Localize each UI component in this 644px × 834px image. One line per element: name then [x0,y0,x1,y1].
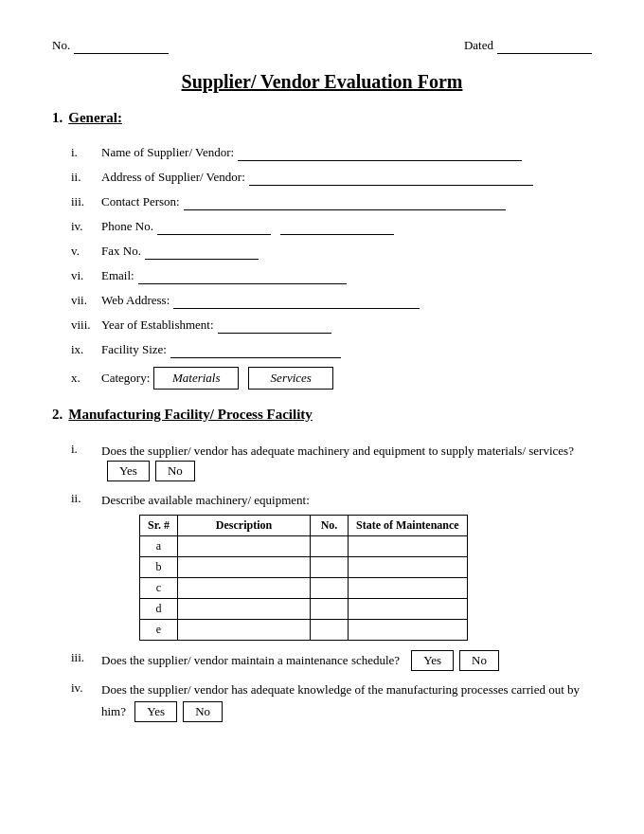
section2: 2. Manufacturing Facility/ Process Facil… [52,407,592,722]
section1-header: 1. General: [52,110,592,136]
input-web[interactable] [173,293,420,309]
sr-d: d [140,599,178,620]
state-a[interactable] [349,536,468,557]
sr-a: a [140,536,178,557]
s2-content-i: Does the supplier/ vendor has adequate m… [101,442,592,481]
state-b[interactable] [349,557,468,578]
section2-header: 2. Manufacturing Facility/ Process Facil… [52,407,592,432]
desc-c[interactable] [178,578,311,599]
yes-no-group-i: Yes No [107,461,195,481]
label-email: Email: [101,268,134,283]
s2-text-ii: Describe available machinery/ equipment: [101,493,310,507]
input-facility[interactable] [170,342,341,358]
s2-item-iii: iii. Does the supplier/ vendor maintain … [71,650,592,671]
header-line: No. Dated [52,38,592,54]
input-year[interactable] [218,317,331,334]
field-year: viii. Year of Establishment: [71,317,592,334]
s2-num-i: i. [71,442,101,457]
s2-text-i: Does the supplier/ vendor has adequate m… [101,444,574,458]
no-button-i[interactable]: No [155,461,195,481]
s2-item-i: i. Does the supplier/ vendor has adequat… [71,442,592,481]
input-name[interactable] [238,145,522,161]
field-contact: iii. Contact Person: [71,194,592,210]
category-materials-button[interactable]: Materials [153,367,239,390]
table-row: d [140,599,468,620]
no-c[interactable] [311,578,349,599]
no-button-iii[interactable]: No [459,650,499,671]
dated-field: Dated [464,38,592,54]
state-c[interactable] [349,578,468,599]
th-description: Description [178,516,311,536]
desc-b[interactable] [178,557,311,578]
section2-number: 2. [52,407,63,423]
no-e[interactable] [311,620,349,641]
s2-row-iv: iv. Does the supplier/ vendor has adequa… [71,680,592,722]
yes-button-iv[interactable]: Yes [134,701,177,722]
yes-no-group-iii: Yes No [411,650,499,671]
field-num-i: i. [71,145,101,160]
sr-b: b [140,557,178,578]
field-email: vi. Email: [71,268,592,284]
yes-button-i[interactable]: Yes [107,461,150,481]
s2-content-iv: Does the supplier/ vendor has adequate k… [101,680,592,722]
label-address: Address of Supplier/ Vendor: [101,170,245,185]
s2-num-iii: iii. [71,650,101,665]
no-label: No. [52,38,70,53]
page: No. Dated Supplier/ Vendor Evaluation Fo… [0,0,644,834]
label-fax: Fax No. [101,244,141,259]
th-no: No. [311,516,349,536]
no-blank[interactable] [74,38,169,54]
state-e[interactable] [349,620,468,641]
field-num-iii: iii. [71,194,101,209]
field-facility-size: ix. Facility Size: [71,342,592,358]
input-address[interactable] [249,170,533,186]
input-phone1[interactable] [157,219,271,235]
s2-content-ii: Describe available machinery/ equipment:… [101,491,592,642]
phone-row [157,219,394,235]
field-num-vii: vii. [71,293,101,308]
th-state: State of Maintenance [349,516,468,536]
field-phone: iv. Phone No. [71,219,592,235]
table-row: b [140,557,468,578]
no-field: No. [52,38,169,54]
section2-fields: i. Does the supplier/ vendor has adequat… [52,442,592,722]
no-d[interactable] [311,599,349,620]
field-num-vi: vi. [71,268,101,283]
s2-row-iii: iii. Does the supplier/ vendor maintain … [71,650,592,671]
label-phone: Phone No. [101,219,153,234]
category-services-button[interactable]: Services [248,367,333,390]
s2-item-iv: iv. Does the supplier/ vendor has adequa… [71,680,592,722]
field-num-x: x. [71,371,101,386]
s2-row-ii: ii. Describe available machinery/ equipm… [71,491,592,642]
dated-blank[interactable] [497,38,592,54]
no-a[interactable] [311,536,349,557]
section1-number: 1. [52,110,63,126]
label-facility: Facility Size: [101,342,167,357]
field-num-viii: viii. [71,317,101,333]
desc-d[interactable] [178,599,311,620]
desc-e[interactable] [178,620,311,641]
field-num-ii: ii. [71,170,101,185]
state-d[interactable] [349,599,468,620]
label-name: Name of Supplier/ Vendor: [101,145,234,160]
desc-a[interactable] [178,536,311,557]
dated-label: Dated [464,38,493,53]
field-web: vii. Web Address: [71,293,592,309]
input-contact[interactable] [184,194,506,210]
no-b[interactable] [311,557,349,578]
input-email[interactable] [138,268,347,284]
field-num-ix: ix. [71,342,101,357]
sr-e: e [140,620,178,641]
machinery-table: Sr. # Description No. State of Maintenan… [139,515,468,641]
table-row: c [140,578,468,599]
label-year: Year of Establishment: [101,317,214,333]
sr-c: c [140,578,178,599]
th-sr: Sr. # [140,516,178,536]
yes-button-iii[interactable]: Yes [411,650,454,671]
field-num-v: v. [71,244,101,259]
input-fax[interactable] [145,244,259,260]
input-phone2[interactable] [280,219,394,235]
no-button-iv[interactable]: No [183,701,223,722]
label-contact: Contact Person: [101,194,180,209]
s2-num-ii: ii. [71,491,101,506]
